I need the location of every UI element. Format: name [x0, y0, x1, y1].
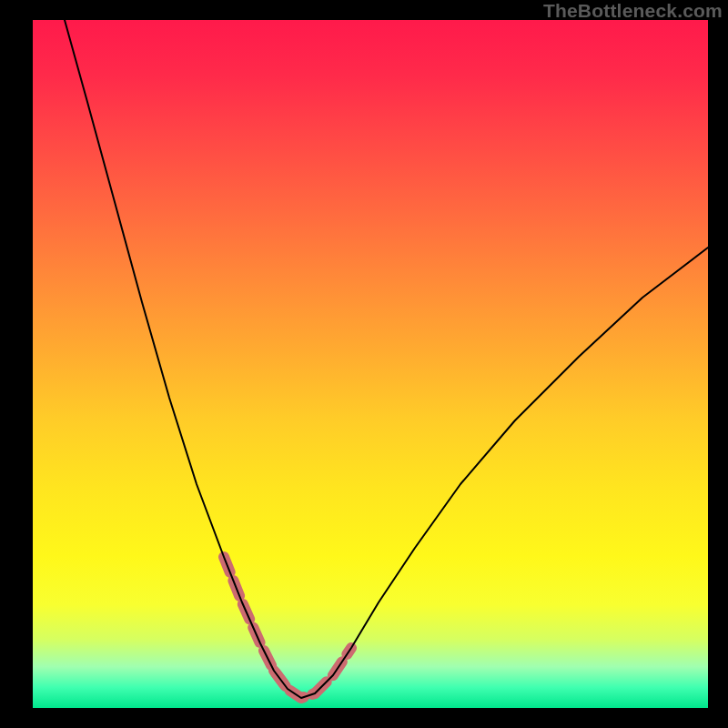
chart-frame: TheBottleneck.com — [0, 0, 728, 728]
bottleneck-curve — [65, 20, 708, 698]
curve-svg — [33, 20, 708, 708]
plot-area — [33, 20, 708, 708]
watermark-text: TheBottleneck.com — [543, 0, 723, 22]
